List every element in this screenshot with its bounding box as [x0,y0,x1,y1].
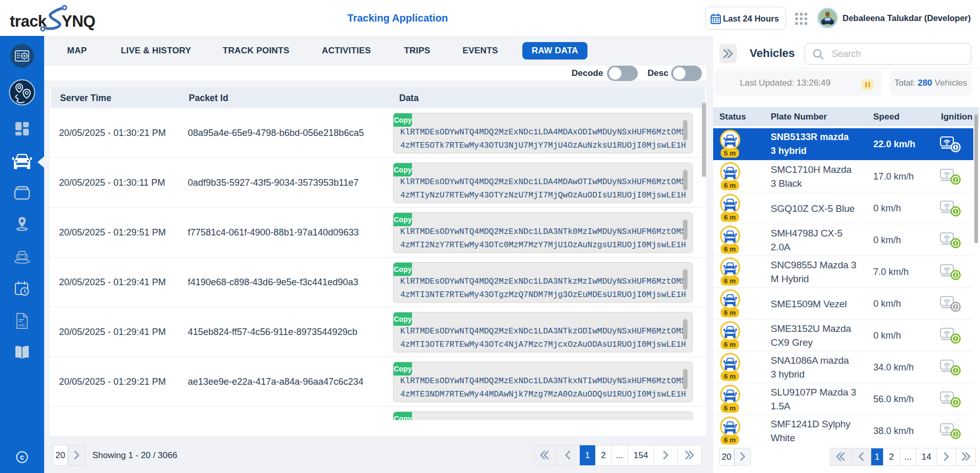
svg-text:5 m: 5 m [724,149,736,157]
svg-text:6 m: 6 m [724,213,736,221]
svg-text:6 m: 6 m [724,309,736,317]
svg-text:c: c [20,453,24,461]
svg-text:YNQ: YNQ [62,12,95,30]
svg-text:6 m: 6 m [724,404,736,412]
svg-text:6 m: 6 m [724,436,736,444]
svg-text:6 m: 6 m [724,341,736,348]
svg-text:6 m: 6 m [724,245,736,253]
svg-text:6 m: 6 m [724,182,736,189]
svg-text:6 m: 6 m [724,277,736,285]
svg-text:6 m: 6 m [724,372,736,380]
